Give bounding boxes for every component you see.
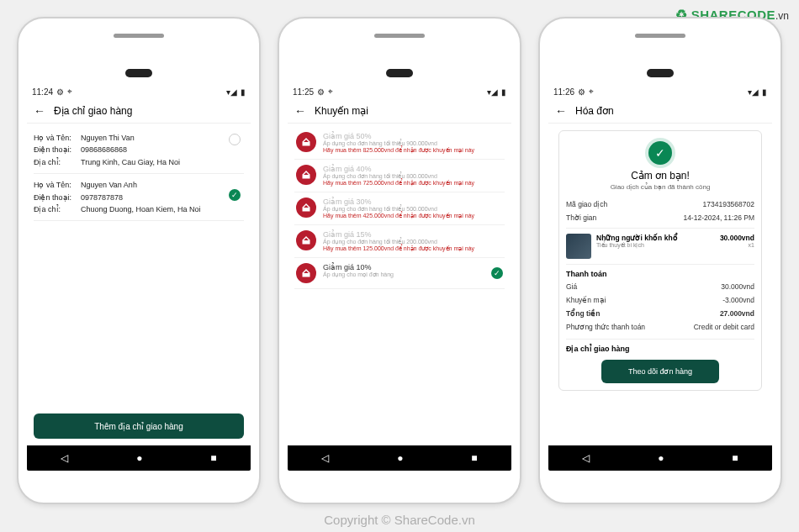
payment-row: Phương thức thanh toánCredit or debit ca… <box>566 320 754 334</box>
wifi-icon: ▾◢ <box>226 87 237 97</box>
nav-back-icon[interactable]: ◁ <box>61 452 68 464</box>
back-button[interactable]: ← <box>294 104 306 118</box>
payment-row: Giá30.000vnd <box>566 280 754 293</box>
back-button[interactable]: ← <box>34 104 45 118</box>
payment-row: Khuyến mại-3.000vnd <box>566 293 754 307</box>
book-thumbnail <box>566 234 591 259</box>
location-icon: ⌖ <box>67 87 72 97</box>
phone-mockup-invoice: 11:26 ⚙ ⌖ ▾◢ ▮ ← Hóa đơn ✓ Cảm ơn bạn! G… <box>538 17 782 504</box>
thank-title: Cảm ơn bạn! <box>566 170 754 182</box>
tag-icon <box>296 230 316 250</box>
nav-home-icon[interactable]: ● <box>397 452 403 464</box>
item-price: 30.000vnd <box>720 234 754 242</box>
label: Địa chỉ: <box>34 156 81 168</box>
add-address-button[interactable]: Thêm địa chỉ giao hàng <box>34 413 244 439</box>
nav-recent-icon[interactable]: ■ <box>471 452 477 464</box>
promo-warning: Hãy mua thêm 425.000vnd để nhận được khu… <box>323 213 503 219</box>
thank-subtitle: Giao dịch của bạn đã thành công <box>566 183 754 191</box>
location-icon: ⌖ <box>328 87 333 97</box>
promo-item-1: Giảm giá 40% Áp dụng cho đơn hàng tối th… <box>294 160 505 192</box>
payment-row: Tổng tiền27.000vnd <box>566 307 754 320</box>
item-subtitle: Tiểu thuyết bi kịch <box>596 242 715 249</box>
app-bar: ← Hóa đơn <box>548 99 772 124</box>
address-item-1[interactable]: Họ và Tên:Nguyen Van Anh Điện thoại:0978… <box>34 174 244 221</box>
gear-icon: ⚙ <box>578 87 585 97</box>
phone-mockup-promo: 11:25 ⚙ ⌖ ▾◢ ▮ ← Khuyến mại Giảm giá 50%… <box>278 17 521 504</box>
android-nav-bar: ◁ ● ■ <box>548 445 772 471</box>
promo-item-4[interactable]: Giảm giá 10% Áp dụng cho mọi đơn hàng ✓ <box>294 258 505 289</box>
promo-warning: Hãy mua thêm 725.000vnd để nhận được khu… <box>323 180 503 187</box>
tag-icon <box>296 263 316 283</box>
gear-icon: ⚙ <box>317 87 325 97</box>
gear-icon: ⚙ <box>56 87 64 97</box>
promo-item-0: Giảm giá 50% Áp dụng cho đơn hàng tối th… <box>294 127 505 160</box>
promo-title: Giảm giá 40% <box>323 165 503 173</box>
android-nav-bar: ◁ ● ■ <box>27 445 251 471</box>
promo-item-2: Giảm giá 30% Áp dụng cho đơn hàng tối th… <box>294 192 505 225</box>
invoice-row: Thời gian14-12-2024, 11:26 PM <box>566 211 754 224</box>
android-nav-bar: ◁ ● ■ <box>288 445 511 471</box>
label: Điện thoại: <box>34 144 81 155</box>
value: Trung Kinh, Cau Giay, Ha Noi <box>81 156 244 168</box>
promo-warning: Hãy mua thêm 125.000vnd để nhận được khu… <box>323 245 503 252</box>
promo-subtitle: Áp dụng cho đơn hàng tối thiểu 500.000vn… <box>323 206 503 213</box>
watermark-copyright: Copyright © ShareCode.vn <box>324 513 474 527</box>
promo-item-3: Giảm giá 15% Áp dụng cho đơn hàng tối th… <box>294 225 505 258</box>
app-bar: ← Khuyến mại <box>288 99 511 124</box>
page-title: Khuyến mại <box>315 105 368 117</box>
nav-home-icon[interactable]: ● <box>136 452 142 464</box>
value: 09868686868 <box>81 144 244 155</box>
battery-icon: ▮ <box>762 87 767 97</box>
tag-icon <box>296 198 316 218</box>
wifi-icon: ▾◢ <box>748 87 759 97</box>
nav-recent-icon[interactable]: ■ <box>732 452 738 464</box>
item-qty: x1 <box>720 242 754 248</box>
payment-section-title: Thanh toán <box>566 270 754 278</box>
value: 0978787878 <box>81 192 244 203</box>
tag-icon <box>296 165 316 185</box>
back-button[interactable]: ← <box>555 104 567 118</box>
radio-unselected-icon[interactable] <box>229 134 241 145</box>
success-check-icon: ✓ <box>648 141 672 165</box>
status-bar: 11:25 ⚙ ⌖ ▾◢ ▮ <box>288 84 511 99</box>
promo-subtitle: Áp dụng cho đơn hàng tối thiểu 800.000vn… <box>323 173 503 180</box>
promo-title: Giảm giá 10% <box>323 263 484 271</box>
promo-title: Giảm giá 15% <box>323 230 503 239</box>
status-bar: 11:26 ⚙ ⌖ ▾◢ ▮ <box>548 84 772 99</box>
address-item-0[interactable]: Họ và Tên:Nguyen Thi Van Điện thoại:0986… <box>34 127 244 174</box>
invoice-row: Mã giao dịch1734193568702 <box>566 198 754 211</box>
battery-icon: ▮ <box>501 87 506 97</box>
label: Địa chỉ: <box>34 203 81 215</box>
status-time: 11:25 <box>293 87 314 97</box>
nav-back-icon[interactable]: ◁ <box>582 452 590 464</box>
invoice-card: ✓ Cảm ơn bạn! Giao dịch của bạn đã thành… <box>558 130 762 391</box>
label: Họ và Tên: <box>34 132 81 144</box>
promo-title: Giảm giá 30% <box>323 198 503 206</box>
wifi-icon: ▾◢ <box>487 87 498 97</box>
phone-mockup-address: 11:24 ⚙ ⌖ ▾◢ ▮ ← Địa chỉ giao hàng Họ và… <box>17 17 261 504</box>
promo-title: Giảm giá 50% <box>323 132 503 140</box>
status-time: 11:26 <box>553 87 574 97</box>
value: Nguyen Thi Van <box>81 132 244 144</box>
status-time: 11:24 <box>32 87 53 97</box>
nav-home-icon[interactable]: ● <box>658 452 664 464</box>
track-order-button[interactable]: Theo dõi đơn hàng <box>601 360 719 383</box>
value: Chuong Duong, Hoan Kiem, Ha Noi <box>81 203 244 215</box>
promo-warning: Hãy mua thêm 825.000vnd để nhận được khu… <box>323 147 503 154</box>
invoice-line-item: Những người khốn khổ Tiểu thuyết bi kịch… <box>566 228 754 265</box>
promo-subtitle: Áp dụng cho mọi đơn hàng <box>323 271 484 278</box>
shipping-section-title: Địa chỉ giao hàng <box>566 339 754 353</box>
nav-recent-icon[interactable]: ■ <box>210 452 216 464</box>
nav-back-icon[interactable]: ◁ <box>321 452 329 464</box>
page-title: Địa chỉ giao hàng <box>54 105 132 117</box>
item-title: Những người khốn khổ <box>596 234 715 242</box>
battery-icon: ▮ <box>241 87 246 97</box>
app-bar: ← Địa chỉ giao hàng <box>27 99 251 124</box>
label: Họ và Tên: <box>34 179 81 191</box>
promo-subtitle: Áp dụng cho đơn hàng tối thiểu 200.000vn… <box>323 239 503 245</box>
check-icon: ✓ <box>491 267 503 279</box>
value: Nguyen Van Anh <box>81 179 244 191</box>
promo-subtitle: Áp dụng cho đơn hàng tối thiểu 900.000vn… <box>323 140 503 147</box>
page-title: Hóa đơn <box>575 105 614 117</box>
location-icon: ⌖ <box>589 87 594 97</box>
